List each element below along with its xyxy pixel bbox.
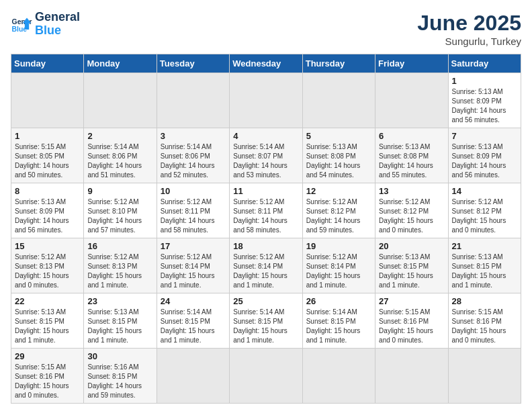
col-header-sunday: Sunday	[11, 54, 84, 73]
calendar-cell	[230, 349, 302, 404]
calendar-cell: 25Sunrise: 5:14 AMSunset: 8:15 PMDayligh…	[230, 293, 302, 349]
day-info: Sunrise: 5:13 AMSunset: 8:15 PMDaylight:…	[379, 253, 444, 290]
calendar-cell: 19Sunrise: 5:12 AMSunset: 8:14 PMDayligh…	[302, 238, 375, 293]
calendar-cell: 8Sunrise: 5:13 AMSunset: 8:09 PMDaylight…	[11, 183, 84, 238]
day-info: Sunrise: 5:13 AMSunset: 8:08 PMDaylight:…	[379, 142, 444, 180]
col-header-friday: Friday	[375, 54, 448, 73]
day-number: 20	[379, 241, 444, 251]
week-row-5: 22Sunrise: 5:13 AMSunset: 8:15 PMDayligh…	[11, 293, 521, 349]
calendar-cell: 22Sunrise: 5:13 AMSunset: 8:15 PMDayligh…	[11, 293, 84, 349]
day-info: Sunrise: 5:14 AMSunset: 8:15 PMDaylight:…	[306, 308, 371, 345]
calendar-cell	[84, 73, 157, 128]
day-info: Sunrise: 5:12 AMSunset: 8:13 PMDaylight:…	[87, 253, 152, 290]
day-info: Sunrise: 5:12 AMSunset: 8:11 PMDaylight:…	[161, 197, 226, 235]
month-title: June 2025	[417, 11, 521, 36]
calendar-cell: 29Sunrise: 5:15 AMSunset: 8:16 PMDayligh…	[11, 349, 84, 404]
day-info: Sunrise: 5:13 AMSunset: 8:09 PMDaylight:…	[452, 142, 517, 180]
day-number: 10	[161, 186, 226, 196]
logo: General Blue General Blue	[11, 11, 80, 38]
day-number: 24	[161, 296, 226, 306]
day-number: 16	[87, 241, 152, 251]
day-info: Sunrise: 5:13 AMSunset: 8:15 PMDaylight:…	[15, 308, 80, 345]
day-info: Sunrise: 5:13 AMSunset: 8:08 PMDaylight:…	[306, 142, 371, 180]
col-header-monday: Monday	[84, 54, 157, 73]
day-info: Sunrise: 5:12 AMSunset: 8:14 PMDaylight:…	[161, 253, 226, 290]
calendar-cell: 1Sunrise: 5:15 AMSunset: 8:05 PMDaylight…	[11, 128, 84, 183]
calendar-cell: 1Sunrise: 5:13 AMSunset: 8:09 PMDaylight…	[448, 73, 521, 128]
day-info: Sunrise: 5:12 AMSunset: 8:12 PMDaylight:…	[379, 197, 444, 235]
day-number: 8	[15, 186, 80, 196]
calendar-cell: 26Sunrise: 5:14 AMSunset: 8:15 PMDayligh…	[302, 293, 375, 349]
week-row-3: 8Sunrise: 5:13 AMSunset: 8:09 PMDaylight…	[11, 183, 521, 238]
calendar-cell: 3Sunrise: 5:14 AMSunset: 8:06 PMDaylight…	[157, 128, 229, 183]
calendar-cell: 18Sunrise: 5:12 AMSunset: 8:14 PMDayligh…	[230, 238, 302, 293]
calendar-cell: 21Sunrise: 5:13 AMSunset: 8:15 PMDayligh…	[448, 238, 521, 293]
week-row-2: 1Sunrise: 5:15 AMSunset: 8:05 PMDaylight…	[11, 128, 521, 183]
day-info: Sunrise: 5:12 AMSunset: 8:14 PMDaylight:…	[306, 253, 371, 290]
day-info: Sunrise: 5:15 AMSunset: 8:05 PMDaylight:…	[15, 142, 80, 180]
day-number: 13	[379, 186, 444, 196]
week-row-6: 29Sunrise: 5:15 AMSunset: 8:16 PMDayligh…	[11, 349, 521, 404]
day-number: 7	[452, 131, 517, 141]
location-title: Sungurlu, Turkey	[417, 36, 521, 47]
day-number: 4	[233, 131, 298, 141]
calendar-table: SundayMondayTuesdayWednesdayThursdayFrid…	[11, 54, 521, 404]
day-number: 5	[306, 131, 371, 141]
calendar-cell: 23Sunrise: 5:13 AMSunset: 8:15 PMDayligh…	[84, 293, 157, 349]
col-header-tuesday: Tuesday	[157, 54, 229, 73]
calendar-cell	[157, 73, 229, 128]
day-number: 1	[15, 131, 80, 141]
day-number: 19	[306, 241, 371, 251]
day-info: Sunrise: 5:12 AMSunset: 8:13 PMDaylight:…	[15, 253, 80, 290]
calendar-cell: 4Sunrise: 5:14 AMSunset: 8:07 PMDaylight…	[230, 128, 302, 183]
calendar-cell: 9Sunrise: 5:12 AMSunset: 8:10 PMDaylight…	[84, 183, 157, 238]
day-info: Sunrise: 5:13 AMSunset: 8:09 PMDaylight:…	[15, 197, 80, 235]
calendar-cell: 13Sunrise: 5:12 AMSunset: 8:12 PMDayligh…	[375, 183, 448, 238]
calendar-cell: 5Sunrise: 5:13 AMSunset: 8:08 PMDaylight…	[302, 128, 375, 183]
day-number: 11	[233, 186, 298, 196]
day-number: 28	[452, 296, 517, 306]
calendar-cell: 20Sunrise: 5:13 AMSunset: 8:15 PMDayligh…	[375, 238, 448, 293]
day-info: Sunrise: 5:14 AMSunset: 8:15 PMDaylight:…	[161, 308, 226, 345]
title-area: June 2025 Sungurlu, Turkey	[417, 11, 521, 47]
logo-blue: Blue	[35, 24, 80, 38]
day-number: 9	[87, 186, 152, 196]
day-number: 2	[87, 131, 152, 141]
col-header-wednesday: Wednesday	[230, 54, 302, 73]
col-header-thursday: Thursday	[302, 54, 375, 73]
day-info: Sunrise: 5:14 AMSunset: 8:06 PMDaylight:…	[87, 142, 152, 180]
day-number: 15	[15, 241, 80, 251]
col-header-saturday: Saturday	[448, 54, 521, 73]
week-row-4: 15Sunrise: 5:12 AMSunset: 8:13 PMDayligh…	[11, 238, 521, 293]
day-number: 29	[15, 351, 80, 361]
calendar-cell: 14Sunrise: 5:12 AMSunset: 8:12 PMDayligh…	[448, 183, 521, 238]
day-number: 21	[452, 241, 517, 251]
day-info: Sunrise: 5:13 AMSunset: 8:15 PMDaylight:…	[452, 253, 517, 290]
calendar-cell	[230, 73, 302, 128]
calendar-cell: 24Sunrise: 5:14 AMSunset: 8:15 PMDayligh…	[157, 293, 229, 349]
day-number: 22	[15, 296, 80, 306]
day-number: 18	[233, 241, 298, 251]
calendar-cell	[448, 349, 521, 404]
day-info: Sunrise: 5:12 AMSunset: 8:14 PMDaylight:…	[233, 253, 298, 290]
calendar-cell	[157, 349, 229, 404]
day-info: Sunrise: 5:16 AMSunset: 8:15 PMDaylight:…	[87, 363, 152, 400]
calendar-cell	[11, 73, 84, 128]
day-number: 17	[161, 241, 226, 251]
day-number: 3	[161, 131, 226, 141]
calendar-cell: 27Sunrise: 5:15 AMSunset: 8:16 PMDayligh…	[375, 293, 448, 349]
day-info: Sunrise: 5:15 AMSunset: 8:16 PMDaylight:…	[452, 308, 517, 345]
day-info: Sunrise: 5:12 AMSunset: 8:11 PMDaylight:…	[233, 197, 298, 235]
day-number: 30	[87, 351, 152, 361]
day-number: 27	[379, 296, 444, 306]
calendar-cell: 16Sunrise: 5:12 AMSunset: 8:13 PMDayligh…	[84, 238, 157, 293]
calendar-cell: 6Sunrise: 5:13 AMSunset: 8:08 PMDaylight…	[375, 128, 448, 183]
day-number: 1	[452, 76, 517, 86]
day-info: Sunrise: 5:12 AMSunset: 8:12 PMDaylight:…	[452, 197, 517, 235]
calendar-cell: 15Sunrise: 5:12 AMSunset: 8:13 PMDayligh…	[11, 238, 84, 293]
day-info: Sunrise: 5:15 AMSunset: 8:16 PMDaylight:…	[15, 363, 80, 400]
logo-icon: General Blue	[11, 13, 32, 35]
calendar-cell: 10Sunrise: 5:12 AMSunset: 8:11 PMDayligh…	[157, 183, 229, 238]
calendar-cell: 30Sunrise: 5:16 AMSunset: 8:15 PMDayligh…	[84, 349, 157, 404]
day-number: 23	[87, 296, 152, 306]
